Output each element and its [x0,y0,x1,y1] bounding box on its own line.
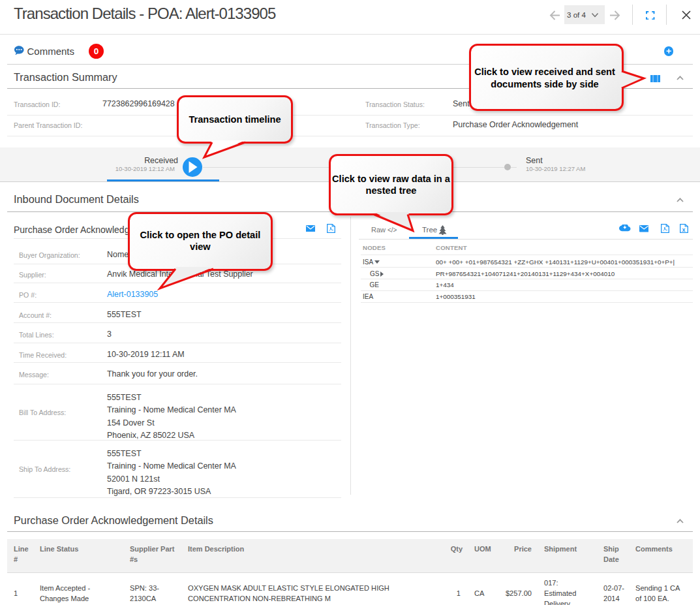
svg-text:x: x [682,226,685,233]
